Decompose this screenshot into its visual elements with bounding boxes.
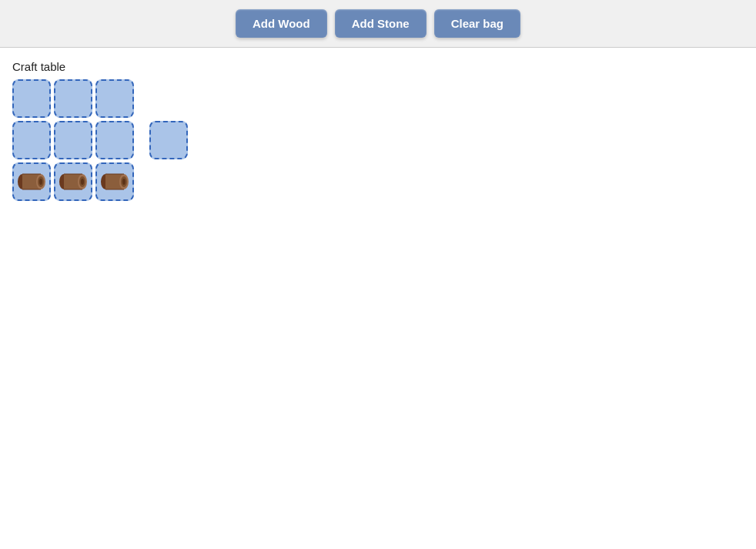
main-area: Craft table <box>0 48 756 213</box>
craft-slot-1-0[interactable] <box>12 121 51 159</box>
craft-area <box>12 79 744 201</box>
craft-slot-2-0[interactable] <box>12 162 51 201</box>
wood-log-icon <box>59 171 88 192</box>
craft-slot-1-2[interactable] <box>95 121 134 159</box>
craft-slot-2-1[interactable] <box>54 162 92 201</box>
add-wood-button[interactable]: Add Wood <box>236 9 327 38</box>
svg-point-4 <box>39 179 42 185</box>
craft-slot-0-1[interactable] <box>54 79 92 118</box>
craft-slot-2-2[interactable] <box>95 162 134 201</box>
clear-bag-button[interactable]: Clear bag <box>434 9 520 38</box>
craft-slot-0-2[interactable] <box>95 79 134 118</box>
result-slot[interactable] <box>149 121 188 159</box>
add-stone-button[interactable]: Add Stone <box>335 9 427 38</box>
toolbar: Add Wood Add Stone Clear bag <box>0 0 756 48</box>
wood-log-icon <box>100 171 129 192</box>
svg-point-18 <box>122 179 125 185</box>
svg-point-11 <box>81 179 84 185</box>
craft-grid <box>12 79 134 201</box>
craft-table-label: Craft table <box>12 60 744 73</box>
craft-slot-0-0[interactable] <box>12 79 51 118</box>
craft-slot-1-1[interactable] <box>54 121 92 159</box>
wood-log-icon <box>17 171 46 192</box>
